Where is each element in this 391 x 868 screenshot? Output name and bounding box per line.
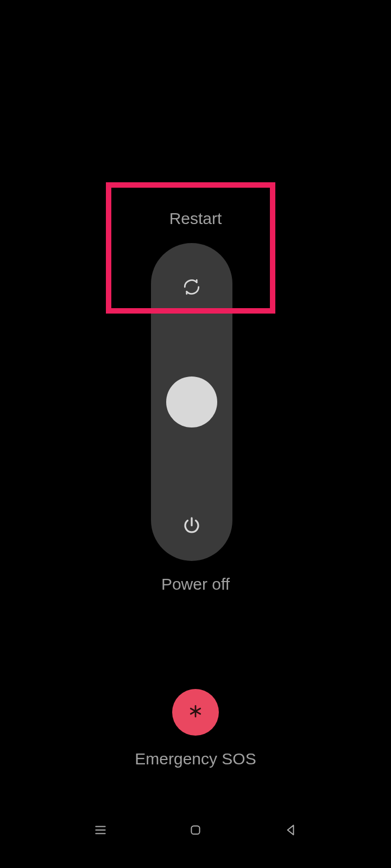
emergency-sos-label: Emergency SOS [0, 750, 391, 768]
asterisk-icon [187, 703, 204, 722]
svg-rect-3 [191, 826, 199, 834]
power-icon [182, 516, 201, 536]
home-button[interactable] [187, 822, 204, 838]
restart-label: Restart [0, 209, 391, 228]
slider-knob[interactable] [166, 376, 217, 427]
back-button[interactable] [282, 822, 299, 838]
restart-icon [182, 278, 201, 296]
emergency-sos-button[interactable] [172, 689, 219, 736]
power-slider-track[interactable] [151, 243, 232, 561]
navigation-bar [0, 819, 391, 841]
recents-button[interactable] [92, 822, 109, 838]
poweroff-label: Power off [0, 575, 391, 593]
